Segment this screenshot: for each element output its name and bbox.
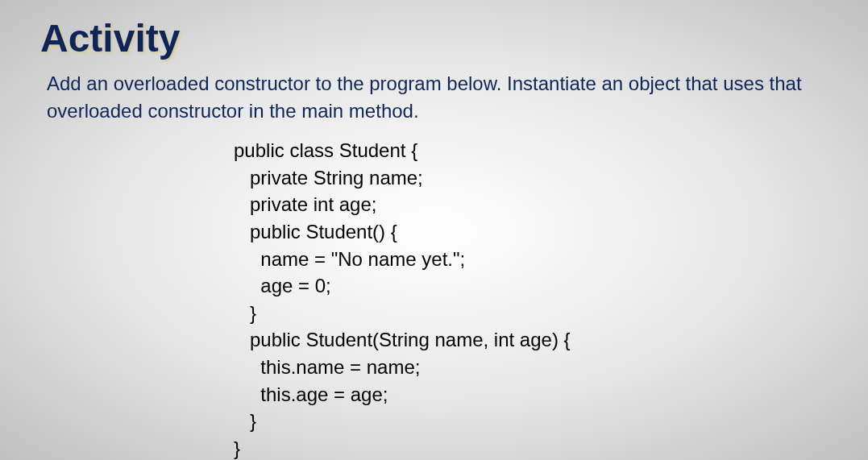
slide-container: Activity Add an overloaded constructor t… <box>0 0 868 460</box>
instruction-text: Add an overloaded constructor to the pro… <box>40 70 828 124</box>
code-snippet: public class Student { private String na… <box>234 137 828 460</box>
slide-title: Activity <box>40 16 828 60</box>
